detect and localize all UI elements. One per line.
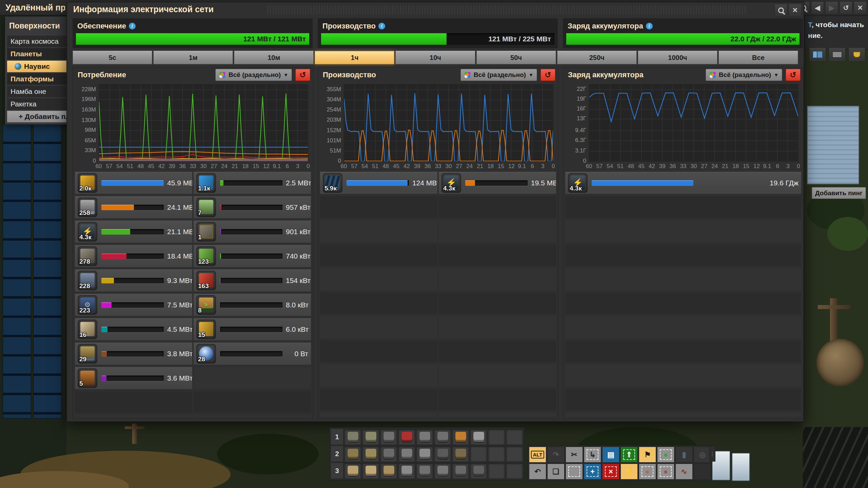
time-button-1000ч[interactable]: 1000ч [638, 51, 717, 64]
quickbar-slot[interactable] [506, 446, 523, 462]
quickbar-slot[interactable] [434, 446, 451, 462]
add-plan-button[interactable]: + [584, 464, 601, 480]
entity-row[interactable]: 7957 кВт [194, 196, 311, 218]
achievements-button[interactable] [848, 47, 865, 62]
capsule-button[interactable]: ▮ [675, 447, 693, 463]
quickbar-slot[interactable] [434, 429, 451, 445]
add-ping-button[interactable]: Добавить пинг [812, 187, 866, 199]
filter-dropdown[interactable]: Всё (раздельно)▼ [215, 69, 292, 81]
alt-mode-button[interactable]: ALT [529, 447, 546, 463]
time-button-1м[interactable]: 1м [153, 51, 233, 64]
entity-row[interactable]: 293.8 МВт [75, 343, 192, 365]
time-button-10м[interactable]: 10м [234, 51, 314, 64]
import-string-button[interactable]: ⇑ [620, 447, 638, 463]
quickbar-slot[interactable] [344, 463, 361, 479]
entity-row[interactable]: 2289.3 МВт [75, 269, 192, 291]
refresh-button[interactable]: ↺ [840, 1, 852, 14]
sidebar-item-намба-оне[interactable]: Намба оне [7, 86, 70, 97]
deconstruction-button[interactable]: × [602, 464, 619, 480]
quickbar-slot[interactable] [488, 463, 505, 479]
trains-overview-button[interactable] [829, 47, 846, 62]
close-button[interactable]: ✕ [789, 4, 802, 17]
quickbar-slot[interactable] [398, 463, 415, 479]
quickbar-slot[interactable] [452, 463, 469, 479]
entity-row[interactable]: 164.5 МВт [75, 318, 192, 340]
quickbar-slot[interactable] [380, 463, 397, 479]
entity-row[interactable]: 123740 кВт [194, 245, 311, 267]
quickbar-slot[interactable] [380, 446, 397, 462]
quickbar-slot[interactable] [506, 429, 523, 445]
entity-row[interactable]: 5.9к124 МВт [320, 172, 437, 194]
quickbar-slot[interactable] [344, 429, 361, 445]
controller-button[interactable]: ◎ [694, 447, 711, 463]
entity-row[interactable]: ⚡4.3к19.6 ГДж [565, 172, 801, 194]
blueprint-book-button[interactable]: ▤ [602, 447, 619, 463]
quickbar-slot[interactable] [488, 429, 505, 445]
filter-1-button[interactable]: ● [639, 464, 656, 480]
time-button-5с[interactable]: 5с [73, 51, 152, 64]
entity-row[interactable]: ⚡4.3к21.1 МВт [75, 221, 192, 243]
back-button[interactable]: ◀ [811, 1, 824, 14]
reset-button[interactable]: ↺ [295, 69, 310, 81]
quickbar-slot[interactable] [416, 463, 433, 479]
quickbar-page-button[interactable]: 1 [331, 429, 343, 445]
entity-row[interactable]: ⚡4.3к19.5 МВт [439, 172, 556, 194]
entity-row[interactable]: 2.0к45.9 МВт [75, 172, 192, 194]
upgrade-planner-button[interactable]: ● [657, 447, 674, 463]
copy-button[interactable]: ❏ [547, 464, 565, 480]
sidebar-item-наувис[interactable]: Наувис [7, 61, 70, 72]
blueprint-library-button[interactable] [809, 47, 826, 62]
toggle-equipment-button[interactable]: ⚡ [620, 464, 638, 480]
quickbar-slot[interactable] [452, 446, 469, 462]
time-button-10ч[interactable]: 10ч [395, 51, 475, 64]
redo-button[interactable]: ↷ [547, 447, 565, 463]
sidebar-item-карта-космоса[interactable]: Карта космоса [7, 36, 70, 47]
quickbar-slot[interactable] [362, 463, 379, 479]
time-button-250ч[interactable]: 250ч [557, 51, 637, 64]
quickbar-slot[interactable] [452, 429, 469, 445]
quickbar-slot[interactable] [470, 429, 487, 445]
filter-dropdown[interactable]: Всё (раздельно)▼ [460, 69, 537, 81]
undo-button[interactable]: ↶ [529, 464, 546, 480]
filter-2-button[interactable]: ● [657, 464, 674, 480]
quickbar-slot[interactable] [434, 463, 451, 479]
quickbar-slot[interactable] [380, 429, 397, 445]
entity-row[interactable]: ⚙2237.5 МВт [75, 294, 192, 316]
quickbar-slot[interactable] [362, 429, 379, 445]
entity-row[interactable]: 1901 кВт [194, 221, 311, 243]
reset-button[interactable]: ↺ [540, 69, 555, 81]
sidebar-item--добавить-плат[interactable]: + Добавить плат [7, 111, 70, 122]
entity-row[interactable]: 163154 кВт [194, 269, 311, 291]
empty-slot[interactable] [694, 464, 711, 480]
sidebar-item-планеты[interactable]: Планеты [7, 48, 70, 60]
quickbar-slot[interactable] [416, 446, 433, 462]
entity-row[interactable]: 53.6 МВт [75, 367, 192, 389]
search-button[interactable] [774, 4, 787, 17]
forward-button[interactable]: ▶ [825, 1, 838, 14]
time-button-50ч[interactable]: 50ч [476, 51, 556, 64]
wire-button[interactable]: ∿ [675, 464, 693, 480]
quickbar-page-button[interactable]: 2 [331, 446, 343, 462]
quickbar-slot[interactable] [416, 429, 433, 445]
quickbar-slot[interactable] [398, 446, 415, 462]
shortcut-bar-handle[interactable]: ⋮ [709, 446, 715, 462]
entity-row[interactable]: 156.0 кВт [194, 318, 311, 340]
entity-row[interactable]: 25824.1 МВт [75, 196, 192, 218]
quickbar-slot[interactable] [506, 463, 523, 479]
entity-row[interactable]: 280 Вт [194, 343, 311, 365]
window-drag-handle[interactable] [267, 5, 746, 14]
quickbar-slot[interactable] [470, 463, 487, 479]
time-button-Все[interactable]: Все [718, 51, 798, 64]
close-button[interactable]: ✕ [854, 1, 867, 14]
quickbar-slot[interactable] [398, 429, 415, 445]
sidebar-item-ракетка[interactable]: Ракетка [7, 98, 70, 110]
entity-row[interactable]: >88.0 кВт [194, 294, 311, 316]
sidebar-item-платформы[interactable]: Платформы [7, 73, 70, 85]
time-button-1ч[interactable]: 1ч [315, 51, 394, 64]
entity-row[interactable]: 1.1к2.5 МВт [194, 172, 311, 194]
quickbar-slot[interactable] [362, 446, 379, 462]
quickbar-slot[interactable] [470, 446, 487, 462]
filter-dropdown[interactable]: Всё (раздельно)▼ [706, 69, 782, 81]
paste-button[interactable]: ↳ [584, 447, 601, 463]
entity-row[interactable]: 27818.4 МВт [75, 245, 192, 267]
